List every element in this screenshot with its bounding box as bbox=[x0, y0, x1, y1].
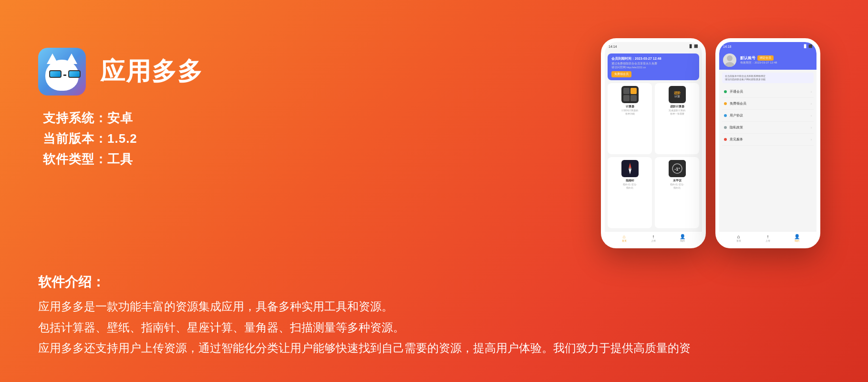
phone-mockup-1: 14:14 ▐▌ ⬛ 会员到期时间：2023-03-27 12:48 通过免费领… bbox=[601, 38, 706, 248]
p2-vip-row: 默认账号 绑定会员 bbox=[740, 55, 813, 61]
app-meta: 支持系统：安卓 当前版本：1.5.2 软件类型：工具 bbox=[38, 110, 203, 168]
calc-icon bbox=[621, 86, 639, 103]
menu-label-4: 隐私政策 bbox=[730, 125, 808, 130]
dot-icon-2 bbox=[724, 102, 727, 105]
arrow-icon-3: › bbox=[811, 114, 812, 117]
p1-banner-text: 通过免费领取联合会员享受永久免费请访问官网 http://ele2222.cn bbox=[611, 62, 695, 69]
svg-point-7 bbox=[727, 55, 733, 61]
nav-profile-1[interactable]: 👤 我的 bbox=[680, 234, 685, 242]
tile-desc-1: 计算到计算器的各种功能 bbox=[621, 109, 638, 115]
p2-avatar bbox=[723, 53, 736, 67]
svg-text:-1°: -1° bbox=[674, 167, 680, 171]
cat-body bbox=[45, 60, 79, 91]
top-section: 应用多多 支持系统：安卓 当前版本：1.5.2 软件类型：工具 bbox=[38, 29, 830, 268]
intro-line-1: 应用多多是一款功能丰富的资源集成应用，具备多种实用工具和资源。 bbox=[38, 296, 830, 317]
tile-name-1: 计算器 bbox=[626, 105, 634, 109]
upload-icon: ↑ bbox=[651, 234, 656, 239]
home-icon-2: ⌂ bbox=[736, 234, 742, 239]
tile-name-4: 水平仪 bbox=[673, 179, 682, 183]
tile-name-2: 进阶计算器 bbox=[670, 105, 684, 109]
phone-screen-1: 14:14 ▐▌ ⬛ 会员到期时间：2023-03-27 12:48 通过免费领… bbox=[605, 42, 702, 244]
arrow-icon-2: › bbox=[811, 102, 812, 106]
nav-home-2[interactable]: ⌂ 首页 bbox=[736, 234, 742, 242]
nav-label-profile-2: 我的 bbox=[795, 239, 799, 242]
menu-item-feedback[interactable]: 意见服务 › bbox=[722, 134, 814, 146]
intro-text: 应用多多是一款功能丰富的资源集成应用，具备多种实用工具和资源。 包括计算器、壁纸… bbox=[38, 296, 830, 358]
p1-banner-btn[interactable]: 免费领会员 bbox=[611, 71, 631, 77]
profile-icon: 👤 bbox=[680, 234, 685, 239]
nav-label-upload-2: 上传 bbox=[765, 239, 770, 242]
nav-upload-1[interactable]: ↑ 上传 bbox=[651, 234, 656, 242]
arrow-icon-1: › bbox=[811, 90, 812, 94]
meta-type: 软件类型：工具 bbox=[43, 151, 203, 168]
glass-right bbox=[68, 70, 81, 78]
glass-left bbox=[49, 70, 62, 78]
dot-icon-1 bbox=[724, 90, 727, 93]
compass-icon bbox=[621, 160, 639, 177]
p2-vip-info: 有效期至：2023-03-27 12:48 bbox=[740, 61, 813, 65]
p1-banner-title: 会员到期时间：2023-03-27 12:48 bbox=[611, 56, 695, 61]
dot-icon-3 bbox=[724, 114, 727, 117]
nav-label-profile: 我的 bbox=[680, 239, 685, 242]
nav-label-home-2: 首页 bbox=[736, 239, 741, 242]
svg-point-3 bbox=[629, 168, 631, 170]
tile-desc-3: 指向-北-定位-指向北 bbox=[623, 183, 637, 189]
nav-upload-2[interactable]: ↑ 上传 bbox=[765, 234, 771, 242]
app-title: 应用多多 bbox=[100, 55, 203, 88]
bottom-section: 软件介绍： 应用多多是一款功能丰富的资源集成应用，具备多种实用工具和资源。 包括… bbox=[38, 268, 830, 363]
app-header: 应用多多 bbox=[38, 48, 203, 96]
p1-statusbar: 14:14 ▐▌ ⬛ bbox=[605, 42, 702, 51]
p2-statusbar: 14:18 ▐▌ ⬛ bbox=[719, 42, 816, 51]
arrow-icon-4: › bbox=[811, 126, 812, 129]
tile-level[interactable]: -1° 水平仪 指向-北-定位-指向北 bbox=[655, 157, 699, 228]
nav-label-home: 首页 bbox=[622, 239, 627, 242]
intro-title: 软件介绍： bbox=[38, 273, 830, 291]
advanced-calc-icon: 进阶 计算 bbox=[669, 86, 686, 103]
svg-point-8 bbox=[725, 62, 734, 67]
menu-label-5: 意见服务 bbox=[730, 137, 808, 142]
nav-profile-2[interactable]: 👤 我的 bbox=[794, 234, 800, 242]
page-container: 应用多多 支持系统：安卓 当前版本：1.5.2 软件类型：工具 bbox=[0, 0, 868, 382]
p2-vip-badge[interactable]: 绑定会员 bbox=[757, 55, 774, 61]
menu-item-privacy[interactable]: 隐私政策 › bbox=[722, 122, 814, 134]
meta-version: 当前版本：1.5.2 bbox=[43, 130, 203, 147]
tile-compass[interactable]: 指南针 指向-北-定位-指向北 bbox=[608, 157, 652, 228]
phone-screen-2: 14:18 ▐▌ ⬛ 默认账号 bbox=[719, 42, 816, 244]
menu-item-free-vip[interactable]: 免费领会员 › bbox=[722, 98, 814, 110]
tile-desc-4: 指向-北-定位-指向北 bbox=[670, 183, 684, 189]
glass-bridge bbox=[63, 74, 66, 76]
p1-banner: 会员到期时间：2023-03-27 12:48 通过免费领取联合会员享受永久免费… bbox=[608, 53, 699, 80]
tile-name-3: 指南针 bbox=[626, 179, 634, 183]
cat-glasses bbox=[49, 70, 81, 78]
menu-label-1: 开通会员 bbox=[730, 89, 808, 94]
p2-user-info: 默认账号 绑定会员 有效期至：2023-03-27 12:48 bbox=[740, 55, 813, 65]
cat-illustration bbox=[43, 53, 81, 91]
phones-section: 14:14 ▐▌ ⬛ 会员到期时间：2023-03-27 12:48 通过免费领… bbox=[601, 29, 830, 248]
app-info: 应用多多 支持系统：安卓 当前版本：1.5.2 软件类型：工具 bbox=[38, 29, 203, 168]
tile-calculator[interactable]: 计算器 计算到计算器的各种功能 bbox=[608, 83, 652, 154]
dot-icon-5 bbox=[724, 138, 727, 141]
tile-desc-2: 完成进阶计算的各种一张需要 bbox=[669, 109, 685, 115]
upload-icon-2: ↑ bbox=[765, 234, 771, 239]
intro-line-2: 包括计算器、壁纸、指南针、星座计算、量角器、扫描测量等多种资源。 bbox=[38, 317, 830, 338]
nav-home-1[interactable]: ⌂ 首页 bbox=[621, 234, 627, 242]
p2-menu: 开通会员 › 免费领会员 › 用户协议 › bbox=[719, 86, 816, 231]
p2-header: 默认账号 绑定会员 有效期至：2023-03-27 12:48 bbox=[719, 51, 816, 70]
meta-system: 支持系统：安卓 bbox=[43, 110, 203, 127]
home-icon: ⌂ bbox=[621, 234, 627, 239]
menu-label-2: 免费领会员 bbox=[730, 101, 808, 106]
level-icon: -1° bbox=[669, 160, 686, 177]
p2-desc: 在当前版本中联合会员和联系网络绑定请访问您的联合账户网站获取更多功能 bbox=[722, 73, 814, 83]
app-icon bbox=[38, 48, 86, 96]
p1-app-grid: 计算器 计算到计算器的各种功能 进阶 计算 进阶计算器 bbox=[605, 80, 702, 231]
menu-item-agreement[interactable]: 用户协议 › bbox=[722, 110, 814, 122]
phone-mockup-2: 14:18 ▐▌ ⬛ 默认账号 bbox=[715, 38, 820, 248]
intro-line-3: 应用多多还支持用户上传资源，通过智能化分类让用户能够快速找到自己需要的资源，提高… bbox=[38, 338, 830, 358]
arrow-icon-5: › bbox=[811, 138, 812, 141]
dot-icon-4 bbox=[724, 126, 727, 129]
menu-item-vip[interactable]: 开通会员 › bbox=[722, 86, 814, 98]
tile-advanced-calc[interactable]: 进阶 计算 进阶计算器 完成进阶计算的各种一张需要 bbox=[655, 83, 699, 154]
nav-label-upload: 上传 bbox=[651, 239, 656, 242]
menu-label-3: 用户协议 bbox=[730, 113, 808, 118]
p2-navbar: ⌂ 首页 ↑ 上传 👤 我的 bbox=[719, 231, 816, 244]
